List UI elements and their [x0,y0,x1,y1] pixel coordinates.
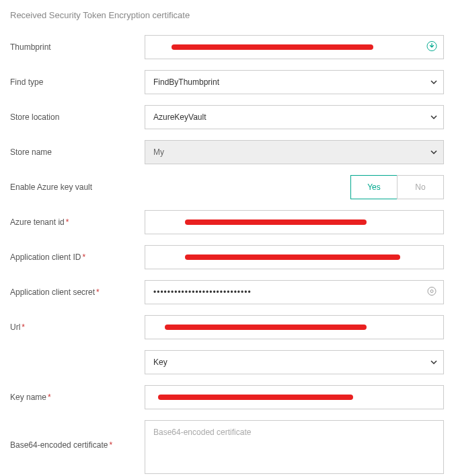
label-thumbprint: Thumbprint [10,42,145,52]
label-key-name: Key name* [10,393,145,402]
row-enable-akv: Enable Azure key vault Yes No [10,175,444,199]
label-client-secret: Application client secret* [10,287,145,297]
row-b64cert: Base64-encoded certificate* [10,420,444,476]
row-store-location: Store location AzureKeyVault [10,105,444,129]
label-client-id: Application client ID* [10,252,145,262]
store-location-select[interactable]: AzureKeyVault [145,105,444,129]
enable-akv-toggle: Yes No [350,175,444,199]
row-find-type: Find type FindByThumbprint [10,70,444,94]
row-key-name: Key name* [10,385,444,409]
required-marker: * [96,287,100,297]
label-url: Url* [10,322,145,332]
key-type-select[interactable]: Key [145,350,444,374]
find-type-select[interactable]: FindByThumbprint [145,70,444,94]
label-store-name: Store name [10,147,145,157]
redacted-url [165,325,367,330]
reveal-password-icon[interactable] [426,286,437,299]
client-secret-input[interactable] [145,280,444,304]
download-icon[interactable] [426,41,437,54]
label-tenant-id: Azure tenant id* [10,217,145,227]
redacted-tenant-id [185,219,367,225]
row-store-name: Store name My [10,140,444,164]
required-marker: * [48,393,51,402]
redacted-key-name [158,395,353,400]
store-name-select[interactable]: My [145,140,444,164]
required-marker: * [66,217,69,227]
label-b64cert: Base64-encoded certificate* [10,420,145,450]
svg-point-1 [428,287,436,296]
redacted-client-id [185,254,400,260]
row-key-type: Key [10,350,444,374]
row-client-id: Application client ID* [10,245,444,269]
label-store-location: Store location [10,112,145,122]
label-enable-akv: Enable Azure key vault [10,182,145,192]
enable-akv-no-button[interactable]: No [397,175,444,199]
label-find-type: Find type [10,77,145,87]
row-client-secret: Application client secret* [10,280,444,304]
svg-point-2 [430,290,433,293]
row-tenant-id: Azure tenant id* [10,210,444,234]
row-url: Url* [10,315,444,339]
row-thumbprint: Thumbprint [10,35,444,59]
required-marker: * [109,440,112,450]
required-marker: * [22,322,25,332]
section-title: Received Security Token Encryption certi… [10,10,444,20]
b64cert-textarea[interactable] [145,420,444,474]
enable-akv-yes-button[interactable]: Yes [350,175,398,199]
required-marker: * [82,252,85,262]
redacted-thumbprint [172,44,373,50]
